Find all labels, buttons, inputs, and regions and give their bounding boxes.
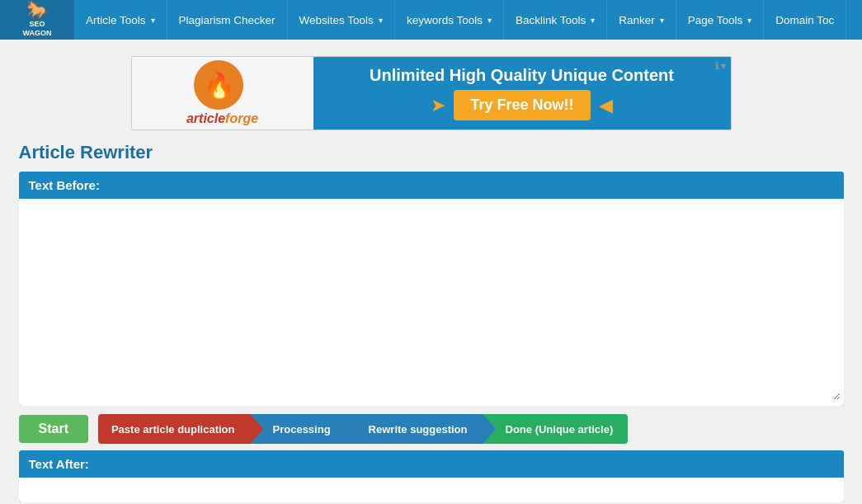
article-tools-chevron-icon: ▾ [151, 16, 155, 25]
keywords-tools-chevron-icon: ▾ [488, 16, 492, 25]
ad-chevron-icon: ▾ [721, 60, 726, 72]
nav-article-tools[interactable]: Article Tools ▾ [74, 0, 167, 40]
page-title: Article Rewriter [19, 142, 844, 163]
ad-content-area: Unlimited High Quality Unique Content ➤ … [313, 57, 731, 130]
backlink-tools-chevron-icon: ▾ [591, 16, 595, 25]
nav-keywords-tools[interactable]: keywords Tools ▾ [395, 0, 504, 40]
step-done: Done (Unique article) [483, 414, 629, 444]
main-nav: 🐎 SEOWAGON Article Tools ▾ Plagiarism Ch… [0, 0, 862, 40]
nav-backlink-label: Backlink Tools [516, 14, 586, 26]
site-logo[interactable]: 🐎 SEOWAGON [0, 0, 74, 40]
steps-container: Paste article duplication Processing Rew… [98, 414, 844, 444]
text-before-card: Text Before: [19, 172, 844, 406]
text-after-header: Text After: [19, 450, 844, 478]
nav-plagiarism-checker[interactable]: Plagiarism Checker [167, 0, 288, 40]
step-processing: Processing [250, 414, 346, 444]
page-tools-chevron-icon: ▾ [747, 16, 751, 25]
text-after-card: Text After: [19, 450, 844, 502]
info-icon: ℹ [715, 60, 719, 72]
main-content: 🔥 articleforge Unlimited High Quality Un… [11, 40, 852, 504]
nav-ranker-label: Ranker [619, 14, 655, 26]
ad-logo-area: 🔥 articleforge [132, 57, 313, 130]
ad-headline: Unlimited High Quality Unique Content [370, 66, 674, 85]
nav-domain-toc-label: Domain Toc [775, 14, 834, 26]
websites-tools-chevron-icon: ▾ [379, 16, 383, 25]
ad-cta-button[interactable]: Try Free Now!! [454, 90, 590, 120]
text-before-input[interactable] [22, 202, 841, 400]
text-after-body [19, 478, 844, 502]
step-done-label: Done (Unique article) [506, 423, 614, 436]
ad-banner[interactable]: 🔥 articleforge Unlimited High Quality Un… [131, 56, 732, 130]
step-rewrite-label: Rewrite suggestion [369, 423, 468, 436]
logo-icon: 🐎 [23, 2, 52, 20]
step-rewrite: Rewrite suggestion [346, 414, 483, 444]
nav-domain-toc[interactable]: Domain Toc [764, 0, 846, 40]
text-before-body [19, 199, 844, 406]
ad-cta-label: Try Free Now!! [470, 97, 573, 114]
step-processing-label: Processing [273, 423, 331, 436]
ad-info: ℹ ▾ [715, 60, 726, 72]
nav-article-tools-label: Article Tools [86, 14, 146, 26]
nav-keywords-label: keywords Tools [407, 14, 483, 26]
start-button[interactable]: Start [19, 415, 88, 443]
action-row: Start Paste article duplication Processi… [19, 414, 844, 444]
nav-page-tools[interactable]: Page Tools ▾ [676, 0, 765, 40]
nav-websites-tools[interactable]: Websites Tools ▾ [288, 0, 395, 40]
nav-page-tools-label: Page Tools [688, 14, 743, 26]
ad-inner: 🔥 articleforge Unlimited High Quality Un… [132, 57, 731, 130]
nav-plagiarism-label: Plagiarism Checker [179, 14, 276, 26]
nav-backlink-tools[interactable]: Backlink Tools ▾ [504, 0, 607, 40]
step-paste-label: Paste article duplication [111, 423, 235, 436]
nav-ranker[interactable]: Ranker ▾ [607, 0, 676, 40]
text-before-header: Text Before: [19, 172, 844, 199]
logo-text: SEOWAGON [23, 20, 52, 38]
ranker-chevron-icon: ▾ [660, 16, 664, 25]
nav-websites-label: Websites Tools [299, 14, 374, 26]
step-paste: Paste article duplication [98, 414, 250, 444]
